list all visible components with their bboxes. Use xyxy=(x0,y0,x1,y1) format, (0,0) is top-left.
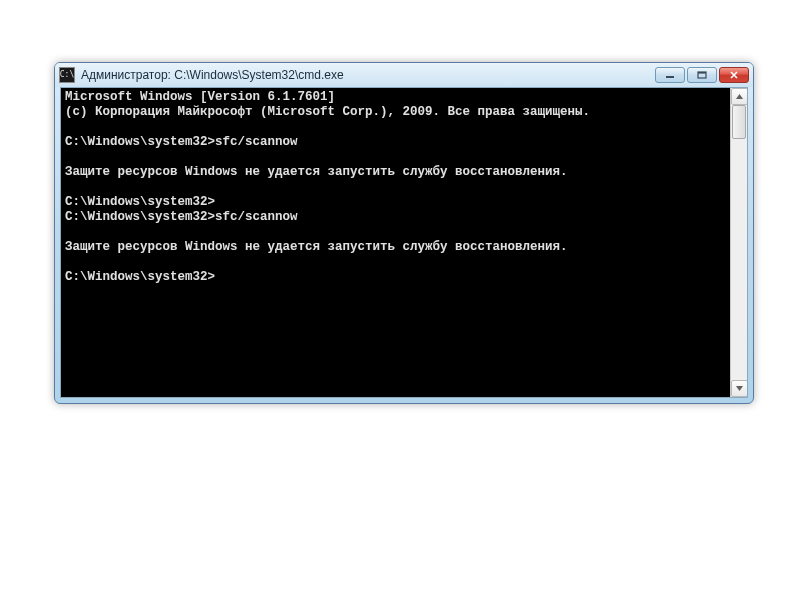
cmd-icon: C:\ xyxy=(59,67,75,83)
close-icon xyxy=(729,71,739,79)
window-title: Администратор: C:\Windows\System32\cmd.e… xyxy=(81,68,655,82)
svg-rect-0 xyxy=(666,76,674,78)
minimize-button[interactable] xyxy=(655,67,685,83)
cmd-window: C:\ Администратор: C:\Windows\System32\c… xyxy=(54,62,754,404)
chevron-up-icon xyxy=(735,92,744,101)
svg-rect-2 xyxy=(698,72,706,74)
maximize-button[interactable] xyxy=(687,67,717,83)
cmd-icon-glyph: C:\ xyxy=(60,71,74,79)
scrollbar-vertical xyxy=(730,88,747,397)
scroll-down-button[interactable] xyxy=(731,380,748,397)
console-area: Microsoft Windows [Version 6.1.7601] (c)… xyxy=(60,87,748,398)
window-controls xyxy=(655,67,749,83)
console-output[interactable]: Microsoft Windows [Version 6.1.7601] (c)… xyxy=(61,88,730,397)
scroll-up-button[interactable] xyxy=(731,88,748,105)
minimize-icon xyxy=(665,71,675,79)
scrollbar-thumb[interactable] xyxy=(732,105,746,139)
titlebar[interactable]: C:\ Администратор: C:\Windows\System32\c… xyxy=(55,63,753,87)
close-button[interactable] xyxy=(719,67,749,83)
chevron-down-icon xyxy=(735,384,744,393)
maximize-icon xyxy=(697,71,707,79)
scrollbar-track[interactable] xyxy=(731,105,747,380)
